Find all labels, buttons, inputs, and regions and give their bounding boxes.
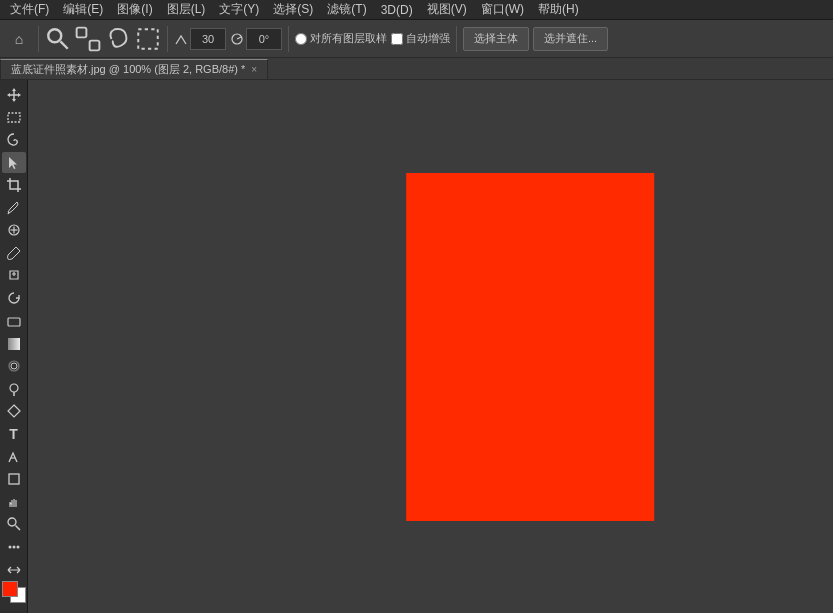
auto-enhance-checkbox[interactable]: [391, 33, 403, 45]
shape-tool[interactable]: [2, 468, 26, 490]
all-layers-label[interactable]: 对所有图层取样: [295, 31, 387, 46]
brush-tool[interactable]: [2, 242, 26, 264]
foreground-color-swatch[interactable]: [2, 581, 18, 597]
transform-tool[interactable]: [2, 559, 26, 581]
menu-filter[interactable]: 滤镜(T): [321, 0, 372, 19]
menu-3d[interactable]: 3D(D): [375, 0, 419, 19]
select-icon: [135, 26, 161, 52]
brush-icon: [6, 245, 22, 261]
angle-icon: [174, 32, 188, 46]
quick-select-icon: [45, 26, 71, 52]
canvas-area: [28, 80, 833, 613]
angle2-icon: [230, 32, 244, 46]
menu-text[interactable]: 文字(Y): [213, 0, 265, 19]
menu-view[interactable]: 视图(V): [421, 0, 473, 19]
top-toolbar: ⌂ 30 0° 对所有图层取样: [0, 20, 833, 58]
clone-tool[interactable]: [2, 265, 26, 287]
svg-point-23: [12, 545, 15, 548]
brush-size-display: 30: [190, 28, 226, 50]
svg-rect-19: [9, 474, 19, 484]
canvas-red-rectangle: [406, 173, 654, 521]
marquee-tool[interactable]: [2, 107, 26, 129]
separator-2: [167, 26, 168, 52]
lasso-left-icon: [6, 132, 22, 148]
svg-point-16: [10, 384, 18, 392]
home-icon: ⌂: [15, 31, 23, 47]
history-brush-tool[interactable]: [2, 287, 26, 309]
healing-tool[interactable]: [2, 220, 26, 242]
svg-point-15: [11, 363, 17, 369]
move-tool[interactable]: [2, 84, 26, 106]
svg-point-22: [8, 545, 11, 548]
svg-line-21: [15, 526, 20, 531]
select-subject-button[interactable]: 选择主体: [463, 27, 529, 51]
svg-point-24: [16, 545, 19, 548]
shape-icon: [6, 471, 22, 487]
svg-line-6: [237, 37, 241, 39]
tab-label: 蓝底证件照素材.jpg @ 100% (图层 2, RGB/8#) *: [11, 62, 245, 77]
color-swatches[interactable]: [2, 581, 26, 603]
eyedropper-icon: [6, 200, 22, 216]
svg-rect-13: [8, 338, 20, 350]
auto-enhance-label[interactable]: 自动增强: [391, 31, 450, 46]
quick-select-tool-btn[interactable]: [45, 26, 71, 52]
svg-point-20: [8, 518, 16, 526]
eraser-tool[interactable]: [2, 310, 26, 332]
magic-wand-btn[interactable]: [75, 26, 101, 52]
transform-icon: [6, 562, 22, 578]
marquee-icon: [6, 109, 22, 125]
svg-rect-12: [8, 318, 20, 326]
separator-3: [288, 26, 289, 52]
dodge-tool[interactable]: [2, 378, 26, 400]
all-layers-checkbox[interactable]: [295, 33, 307, 45]
svg-rect-3: [90, 40, 100, 50]
healing-icon: [6, 222, 22, 238]
eraser-icon: [6, 313, 22, 329]
text-t-label: T: [9, 426, 18, 442]
crop-icon: [6, 177, 22, 193]
svg-line-1: [60, 41, 67, 48]
pen-icon: [6, 403, 22, 419]
path-select-tool[interactable]: [2, 446, 26, 468]
text-tool[interactable]: T: [2, 423, 26, 445]
menu-edit[interactable]: 编辑(E): [57, 0, 109, 19]
main-area: T: [0, 80, 833, 613]
lasso-tool-btn[interactable]: [105, 26, 131, 52]
menu-bar: 文件(F) 编辑(E) 图像(I) 图层(L) 文字(Y) 选择(S) 滤镜(T…: [0, 0, 833, 20]
blur-tool[interactable]: [2, 355, 26, 377]
lasso-left-tool[interactable]: [2, 129, 26, 151]
more-tools-btn[interactable]: [2, 536, 26, 558]
crop-tool[interactable]: [2, 174, 26, 196]
clone-icon: [6, 268, 22, 284]
menu-window[interactable]: 窗口(W): [475, 0, 530, 19]
select-left-tool[interactable]: [2, 152, 26, 174]
gradient-tool[interactable]: [2, 333, 26, 355]
eyedropper-tool[interactable]: [2, 197, 26, 219]
zoom-tool[interactable]: [2, 514, 26, 536]
tab-close-button[interactable]: ×: [251, 64, 257, 75]
select-tool-btn[interactable]: [135, 26, 161, 52]
menu-select[interactable]: 选择(S): [267, 0, 319, 19]
menu-image[interactable]: 图像(I): [111, 0, 158, 19]
menu-layer[interactable]: 图层(L): [161, 0, 212, 19]
svg-rect-2: [77, 27, 87, 37]
pen-tool[interactable]: [2, 401, 26, 423]
svg-rect-4: [138, 29, 158, 49]
angle-display: 0°: [246, 28, 282, 50]
more-tools-icon: [6, 539, 22, 555]
menu-file[interactable]: 文件(F): [4, 0, 55, 19]
svg-rect-7: [8, 113, 20, 122]
tab-bar: 蓝底证件照素材.jpg @ 100% (图层 2, RGB/8#) * ×: [0, 58, 833, 80]
magic-wand-icon: [75, 26, 101, 52]
home-button[interactable]: ⌂: [6, 26, 32, 52]
menu-help[interactable]: 帮助(H): [532, 0, 585, 19]
hand-icon: [6, 494, 22, 510]
lasso-icon: [105, 26, 131, 52]
select-and-mask-button[interactable]: 选并遮住...: [533, 27, 608, 51]
gradient-icon: [6, 336, 22, 352]
separator-1: [38, 26, 39, 52]
document-tab[interactable]: 蓝底证件照素材.jpg @ 100% (图层 2, RGB/8#) * ×: [0, 59, 268, 79]
select-left-icon: [6, 155, 22, 171]
hand-tool[interactable]: [2, 491, 26, 513]
left-toolbar: T: [0, 80, 28, 613]
